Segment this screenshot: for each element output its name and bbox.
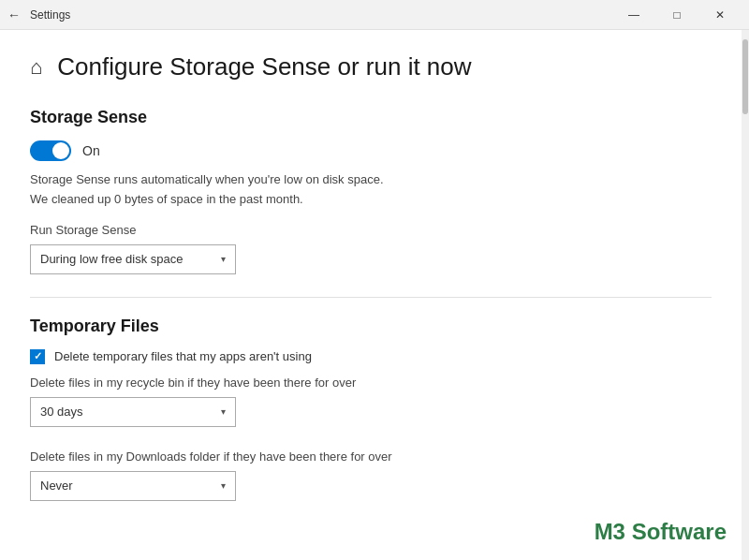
page-title: Configure Storage Sense or run it now [57,52,471,81]
recycle-dropdown-value: 30 days [40,405,83,419]
temporary-files-section: Temporary Files ✓ Delete temporary files… [30,317,712,501]
titlebar: ← Settings — □ ✕ [0,0,749,30]
back-button[interactable]: ← [7,7,21,22]
content-area: ⌂ Configure Storage Sense or run it now … [0,30,749,560]
run-storage-sense-dropdown[interactable]: During low free disk space ▾ [30,244,236,274]
run-dropdown-value: During low free disk space [40,252,183,266]
checkmark-icon: ✓ [34,350,42,362]
delete-temp-files-row: ✓ Delete temporary files that my apps ar… [30,349,712,364]
delete-temp-files-label: Delete temporary files that my apps aren… [54,349,312,363]
downloads-folder-label: Delete files in my Downloads folder if t… [30,449,712,464]
scrollbar-thumb[interactable] [742,39,748,114]
titlebar-title: Settings [30,8,612,22]
recycle-bin-label: Delete files in my recycle bin if they h… [30,376,712,390]
toggle-knob [52,142,69,159]
chevron-down-icon: ▾ [221,480,226,491]
downloads-dropdown-value: Never [40,479,73,493]
watermark: M3 Software [595,519,727,545]
storage-sense-description: Storage Sense runs automatically when yo… [30,170,712,210]
scrollbar[interactable] [742,30,749,560]
storage-sense-heading: Storage Sense [30,108,712,127]
watermark-text: M3 [595,519,632,544]
main-panel: ⌂ Configure Storage Sense or run it now … [0,30,742,560]
run-storage-sense-label: Run Storage Sense [30,223,712,237]
toggle-row: On [30,140,712,161]
window-controls: — □ ✕ [612,0,742,30]
page-header: ⌂ Configure Storage Sense or run it now [30,52,712,81]
close-button[interactable]: ✕ [698,0,742,30]
chevron-down-icon: ▾ [221,254,226,264]
minimize-button[interactable]: — [612,0,655,30]
section-divider [30,297,712,298]
home-icon[interactable]: ⌂ [30,55,42,80]
storage-sense-toggle[interactable] [30,140,71,161]
toggle-label: On [82,143,100,158]
storage-sense-section: Storage Sense On Storage Sense runs auto… [30,108,712,274]
recycle-bin-dropdown[interactable]: 30 days ▾ [30,397,236,427]
downloads-folder-dropdown[interactable]: Never ▾ [30,471,236,501]
maximize-button[interactable]: □ [655,0,698,30]
delete-temp-files-checkbox[interactable]: ✓ [30,349,45,364]
temporary-files-heading: Temporary Files [30,317,712,336]
chevron-down-icon: ▾ [221,406,226,417]
